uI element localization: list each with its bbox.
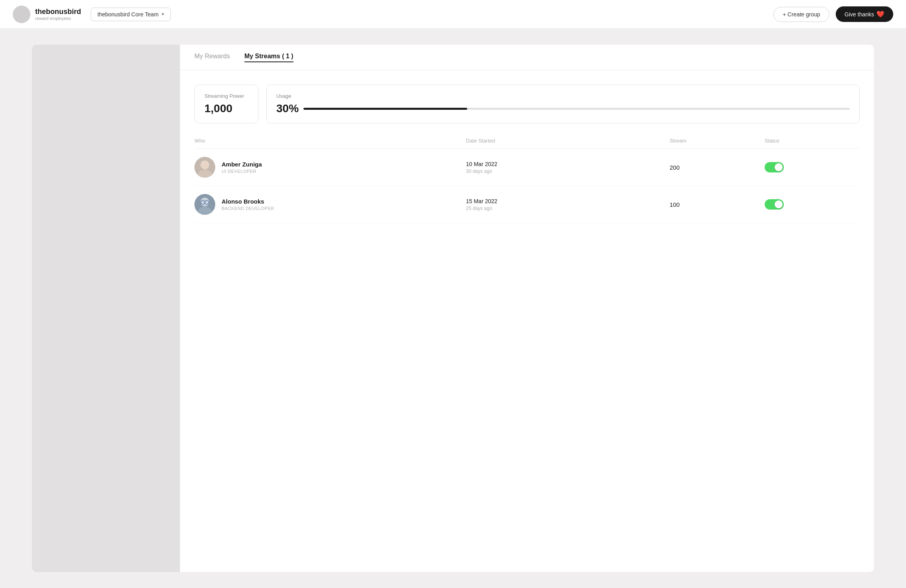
date-cell-alonso: 15 Mar 2022 25 days ago bbox=[466, 198, 670, 211]
table-header: Who Date Started Stream Status bbox=[194, 138, 860, 149]
date-main-alonso: 15 Mar 2022 bbox=[466, 198, 670, 204]
chevron-down-icon: ▾ bbox=[162, 12, 164, 17]
date-cell-amber: 10 Mar 2022 30 days ago bbox=[466, 161, 670, 174]
usage-label: Usage bbox=[276, 93, 850, 99]
usage-bar-container: 30% bbox=[276, 102, 850, 115]
tab-my-rewards[interactable]: My Rewards bbox=[194, 53, 230, 62]
team-selector-label: thebonusbird Core Team bbox=[97, 11, 159, 18]
create-group-button[interactable]: + Create group bbox=[773, 7, 829, 22]
logo-title: thebonusbird bbox=[35, 8, 81, 16]
logo-subtitle: reward employees bbox=[35, 16, 81, 21]
stream-table: Who Date Started Stream Status bbox=[194, 138, 860, 223]
usage-card: Usage 30% bbox=[266, 85, 860, 123]
avatar-alonso bbox=[194, 194, 215, 215]
person-role-alonso: BACKEND DEVELOPER bbox=[222, 206, 274, 211]
streaming-power-card: Streaming Power 1,000 bbox=[194, 85, 258, 123]
team-selector-button[interactable]: thebonusbird Core Team ▾ bbox=[91, 8, 171, 21]
col-date-started: Date Started bbox=[466, 138, 670, 144]
status-toggle-alonso[interactable] bbox=[765, 199, 784, 210]
person-cell-amber: Amber Zuniga UI DEVELOPER bbox=[194, 157, 466, 178]
table-row: Alonso Brooks BACKEND DEVELOPER 15 Mar 2… bbox=[194, 186, 860, 223]
stream-amount-amber: 200 bbox=[670, 164, 765, 171]
tab-content: Streaming Power 1,000 Usage 30% bbox=[180, 70, 874, 238]
logo-avatar bbox=[13, 6, 30, 23]
streaming-power-label: Streaming Power bbox=[204, 93, 248, 99]
avatar-amber bbox=[194, 157, 215, 178]
person-role-amber: UI DEVELOPER bbox=[222, 169, 262, 174]
heart-icon: ❤️ bbox=[876, 10, 884, 18]
logo-text-group: thebonusbird reward employees bbox=[35, 8, 81, 21]
status-toggle-amber[interactable] bbox=[765, 162, 784, 172]
streaming-power-value: 1,000 bbox=[204, 102, 248, 115]
tabs-bar: My Rewards My Streams ( 1 ) bbox=[180, 45, 874, 70]
table-row: Amber Zuniga UI DEVELOPER 10 Mar 2022 30… bbox=[194, 149, 860, 186]
usage-section: Usage 30% bbox=[276, 93, 850, 115]
stats-row: Streaming Power 1,000 Usage 30% bbox=[194, 85, 860, 123]
toggle-knob-amber bbox=[775, 163, 783, 171]
date-main-amber: 10 Mar 2022 bbox=[466, 161, 670, 167]
page-body: My Rewards My Streams ( 1 ) Streaming Po… bbox=[0, 29, 906, 588]
header: thebonusbird reward employees thebonusbi… bbox=[0, 0, 906, 29]
main-card: My Rewards My Streams ( 1 ) Streaming Po… bbox=[180, 45, 874, 572]
left-sidebar-panel bbox=[32, 45, 180, 572]
logo-area: thebonusbird reward employees bbox=[13, 6, 81, 23]
date-ago-amber: 30 days ago bbox=[466, 168, 670, 174]
date-ago-alonso: 25 days ago bbox=[466, 206, 670, 211]
person-name-alonso: Alonso Brooks bbox=[222, 198, 274, 205]
person-info-alonso: Alonso Brooks BACKEND DEVELOPER bbox=[222, 198, 274, 211]
person-cell-alonso: Alonso Brooks BACKEND DEVELOPER bbox=[194, 194, 466, 215]
person-name-amber: Amber Zuniga bbox=[222, 161, 262, 168]
progress-bar-fill bbox=[303, 108, 467, 110]
give-thanks-button[interactable]: Give thanks ❤️ bbox=[836, 6, 893, 22]
give-thanks-label: Give thanks bbox=[845, 11, 874, 18]
progress-bar-track bbox=[303, 108, 850, 110]
usage-percent-value: 30% bbox=[276, 102, 299, 115]
col-stream: Stream bbox=[670, 138, 765, 144]
col-who: Who bbox=[194, 138, 466, 144]
stream-amount-alonso: 100 bbox=[670, 201, 765, 208]
toggle-knob-alonso bbox=[775, 200, 783, 208]
person-info-amber: Amber Zuniga UI DEVELOPER bbox=[222, 161, 262, 174]
header-actions: + Create group Give thanks ❤️ bbox=[773, 6, 893, 22]
svg-point-1 bbox=[200, 160, 209, 169]
tab-my-streams[interactable]: My Streams ( 1 ) bbox=[244, 53, 293, 62]
col-status: Status bbox=[765, 138, 860, 144]
